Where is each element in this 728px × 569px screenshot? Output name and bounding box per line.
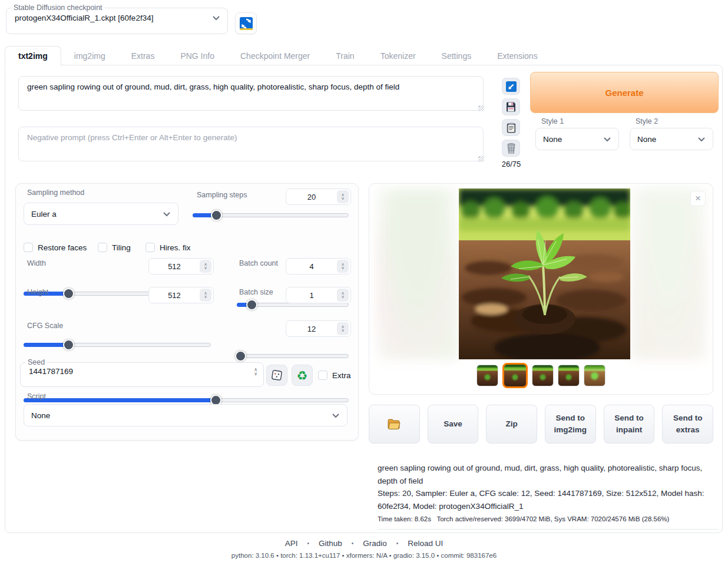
sampling-steps-slider[interactable] [193, 210, 349, 221]
spinner-buttons[interactable]: ∧∨ [200, 260, 211, 273]
github-link[interactable]: Github [319, 539, 342, 548]
gallery-adjacent-image-right[interactable] [630, 188, 707, 359]
open-folder-button[interactable] [369, 405, 420, 444]
tab-settings[interactable]: Settings [429, 47, 485, 65]
negative-prompt-input[interactable] [18, 127, 484, 161]
width-label: Width [27, 259, 46, 267]
version-info: python: 3.10.6 • torch: 1.13.1+cu117 • x… [0, 552, 728, 559]
prompt-resize-handle[interactable] [478, 105, 484, 111]
sampling-steps-input[interactable]: 20 ∧∨ [286, 188, 351, 205]
generate-button[interactable]: Generate [530, 72, 719, 113]
tab-tokenizer[interactable]: Tokenizer [368, 47, 429, 65]
paste-arrow-icon [506, 81, 517, 92]
time-taken: Time taken: 8.62s [378, 515, 431, 522]
spinner-buttons[interactable]: ∧∨ [337, 289, 349, 302]
trash-icon [507, 143, 516, 154]
spinner-buttons[interactable]: ∧∨ [337, 322, 349, 335]
random-seed-button[interactable] [266, 365, 287, 386]
slider-handle[interactable] [63, 288, 74, 299]
seed-value: 1441787169 [29, 367, 254, 376]
tab-extras[interactable]: Extras [118, 47, 168, 65]
tab-txt2img[interactable]: txt2img [5, 46, 61, 66]
save-button[interactable]: Save [428, 405, 479, 444]
chevron-down-icon [697, 137, 706, 142]
spinner-buttons[interactable]: ∧∨ [337, 190, 349, 203]
spinner-buttons[interactable]: ∧∨ [200, 289, 211, 302]
generated-image[interactable] [459, 188, 630, 359]
height-input[interactable]: 512 ∧∨ [148, 287, 214, 303]
negative-prompt-resize-handle[interactable] [478, 156, 484, 162]
clear-prompt-button[interactable] [502, 140, 520, 157]
tab-train[interactable]: Train [323, 47, 367, 65]
thumbnail-3[interactable] [532, 365, 554, 386]
batch-count-input[interactable]: 4 ∧∨ [286, 258, 351, 274]
chevron-down-icon [212, 15, 220, 21]
dice-icon [271, 369, 283, 381]
txt2img-panel: green sapling rowing out of ground, mud,… [5, 65, 723, 533]
refresh-icon [240, 17, 253, 30]
seed-label: Seed [25, 358, 47, 366]
thumbnail-5[interactable] [584, 365, 605, 386]
style2-value: None [637, 135, 697, 144]
main-tabs: txt2img img2img Extras PNG Info Checkpoi… [5, 45, 551, 65]
recycle-icon: ♻ [297, 369, 308, 382]
style1-dropdown[interactable]: None [535, 128, 619, 150]
generation-info: green sapling rowing out of ground, mud,… [378, 462, 718, 530]
tab-png-info[interactable]: PNG Info [167, 47, 227, 65]
send-to-img2img-button[interactable]: Send to img2img [545, 405, 596, 444]
tab-extensions[interactable]: Extensions [484, 47, 550, 65]
thumbnail-1[interactable] [476, 365, 498, 386]
slider-handle[interactable] [246, 299, 257, 310]
style1-value: None [543, 135, 603, 144]
gallery-adjacent-image-left[interactable] [376, 188, 459, 359]
sampling-method-dropdown[interactable]: Euler a [24, 203, 178, 225]
output-actions: Save Zip Send to img2img Send to inpaint… [369, 405, 713, 444]
thumbnail-4[interactable] [558, 365, 580, 386]
save-style-button[interactable] [502, 98, 520, 115]
paste-generation-params-button[interactable] [502, 78, 520, 95]
gradio-link[interactable]: Gradio [363, 539, 387, 548]
seed-input[interactable]: Seed 1441787169 ∧∨ [20, 358, 264, 387]
slider-handle[interactable] [211, 210, 222, 221]
clipboard-icon [507, 123, 516, 133]
restore-faces-checkbox[interactable]: Restore faces [24, 243, 87, 252]
send-to-extras-button[interactable]: Send to extras [662, 405, 713, 444]
tab-img2img[interactable]: img2img [61, 47, 118, 65]
prompt-input[interactable]: green sapling rowing out of ground, mud,… [18, 76, 484, 111]
seed-extra-checkbox[interactable]: Extra [318, 370, 351, 380]
slider-handle[interactable] [63, 339, 74, 350]
spinner-buttons[interactable]: ∧∨ [254, 368, 257, 376]
vram-stats: Torch active/reserved: 3699/4702 MiB, Sy… [436, 515, 669, 522]
cfg-scale-input[interactable]: 12 ∧∨ [286, 320, 351, 337]
output-gallery: × [369, 183, 713, 395]
script-label: Script [27, 392, 46, 401]
thumbnail-2[interactable] [502, 363, 528, 388]
send-to-inpaint-button[interactable]: Send to inpaint [604, 405, 655, 444]
api-link[interactable]: API [285, 539, 298, 548]
gallery-thumbnails [369, 363, 713, 388]
floppy-disk-icon [506, 102, 516, 112]
apply-style-button[interactable] [502, 119, 520, 136]
script-value: None [31, 411, 332, 420]
sampling-steps-label: Sampling steps [197, 191, 247, 199]
folder-icon [388, 419, 401, 429]
reload-ui-link[interactable]: Reload UI [408, 539, 443, 548]
batch-count-label: Batch count [239, 259, 278, 267]
refresh-checkpoints-button[interactable] [235, 12, 257, 34]
footer: API • Github • Gradio • Reload UI python… [0, 539, 728, 559]
hires-fix-checkbox[interactable]: Hires. fix [145, 243, 191, 252]
zip-button[interactable]: Zip [486, 405, 537, 444]
close-gallery-button[interactable]: × [690, 191, 706, 206]
tab-checkpoint-merger[interactable]: Checkpoint Merger [227, 47, 323, 65]
generation-info-prompt: green sapling rowing out of ground, mud,… [378, 462, 718, 487]
style2-dropdown[interactable]: None [630, 128, 713, 150]
width-input[interactable]: 512 ∧∨ [148, 258, 214, 274]
reuse-seed-button[interactable]: ♻ [292, 365, 313, 386]
checkpoint-dropdown[interactable]: Stable Diffusion checkpoint protogenX34O… [6, 4, 228, 34]
height-slider[interactable] [24, 339, 211, 350]
script-dropdown[interactable]: None [24, 404, 348, 426]
tiling-checkbox[interactable]: Tiling [98, 243, 131, 252]
batch-size-input[interactable]: 1 ∧∨ [286, 287, 351, 303]
chevron-down-icon [332, 413, 340, 418]
spinner-buttons[interactable]: ∧∨ [337, 260, 349, 273]
